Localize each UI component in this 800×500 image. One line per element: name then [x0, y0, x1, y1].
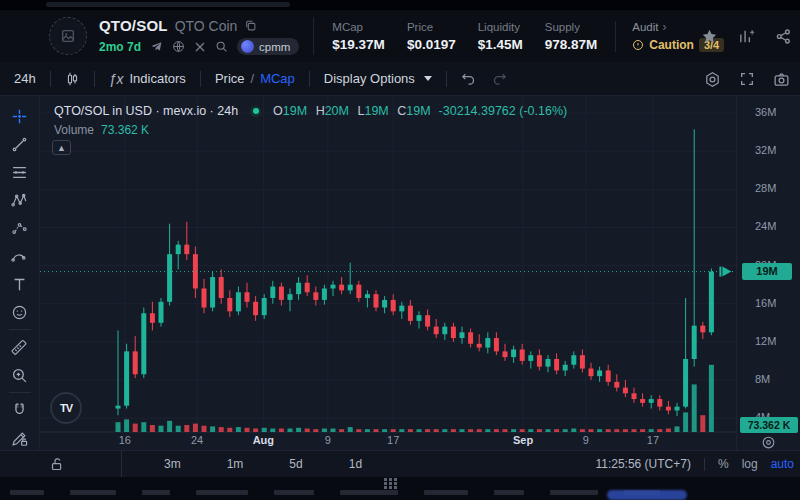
unlock-icon[interactable] — [50, 457, 65, 472]
price-axis-label: 12M — [755, 335, 776, 347]
change-value: -30214.39762 (-0.16%) — [439, 104, 568, 118]
stat-mcap: MCap $19.37M — [332, 21, 385, 52]
amm-label: cpmm — [259, 41, 290, 53]
svg-text:Aug: Aug — [253, 434, 274, 446]
share-icon[interactable] — [775, 28, 792, 45]
camera-snapshot-icon[interactable] — [773, 71, 790, 88]
amm-logo-icon — [241, 40, 254, 53]
stat-label: MCap — [332, 21, 385, 33]
svg-text:17: 17 — [387, 434, 399, 446]
caution-label: Caution — [649, 38, 694, 52]
text-tool[interactable] — [6, 270, 34, 298]
chart-legend-title: QTO/SOL in USD · mevx.io · 24h — [54, 104, 238, 118]
top-strip — [0, 0, 800, 10]
stat-supply: Supply 978.87M — [545, 21, 598, 52]
amm-badge[interactable]: cpmm — [237, 38, 299, 55]
bottom-toolbar: 3m1m5d1d 11:25:56 (UTC+7) % log auto — [0, 450, 800, 477]
collapse-legend-button[interactable]: ▲ — [52, 140, 71, 155]
svg-text:9: 9 — [583, 434, 589, 446]
fx-icon: ƒx — [109, 71, 124, 87]
crosshair-tool[interactable] — [6, 102, 34, 130]
website-globe-icon[interactable] — [172, 40, 185, 53]
price-axis-label: 32M — [755, 144, 776, 156]
price-axis[interactable]: 36M32M28M24M20M16M12M8M4M 19M 73.362 K — [736, 96, 800, 450]
log-scale-button[interactable]: log — [742, 457, 758, 471]
x-twitter-icon[interactable] — [194, 41, 206, 53]
measure-ruler-tool[interactable] — [6, 333, 34, 361]
undo-button[interactable] — [447, 62, 490, 95]
token-name: QTO Coin — [175, 18, 238, 34]
volume-legend: Volume73.362 K — [54, 123, 149, 137]
timeframe-button-3m[interactable]: 3m — [164, 457, 181, 471]
zoom-in-tool[interactable] — [6, 361, 34, 389]
drawing-tools-sidebar — [0, 96, 40, 450]
fib-retracement-tool[interactable] — [6, 158, 34, 186]
timeframe-button-1m[interactable]: 1m — [227, 457, 244, 471]
copy-icon[interactable] — [244, 19, 257, 32]
caution-info-icon — [632, 39, 644, 51]
drawing-lock-tool[interactable] — [6, 424, 34, 452]
stat-value: $19.37M — [332, 37, 385, 52]
tv-logo-glyph: TV — [60, 402, 72, 414]
price-mcap-toggle[interactable]: Price/MCap — [201, 62, 309, 95]
price-axis-label: 16M — [755, 297, 776, 309]
stat-liquidity: Liquidity $1.45M — [478, 21, 523, 52]
telegram-icon[interactable] — [150, 40, 163, 53]
redo-button[interactable] — [490, 62, 521, 95]
panel-drag-handle-icon[interactable] — [384, 478, 398, 489]
candlestick-icon — [65, 71, 80, 87]
token-header: QTO/SOL QTO Coin 2mo 7d cpmm MCap $19.37… — [0, 10, 800, 62]
token-avatar[interactable] — [49, 17, 87, 55]
image-placeholder-icon — [60, 28, 76, 44]
price-axis-label: 28M — [755, 182, 776, 194]
stat-label: Supply — [545, 21, 598, 33]
curve-tool[interactable] — [6, 242, 34, 270]
svg-text:24: 24 — [191, 434, 203, 446]
chart-canvas[interactable]: 1624Aug917Sep917 — [40, 96, 736, 450]
ohlc-values: O19M H20M L19M C19M — [273, 104, 431, 118]
favorite-star-icon[interactable] — [701, 28, 718, 45]
clock-timezone[interactable]: 11:25:56 (UTC+7) — [595, 457, 691, 471]
stat-value: 978.87M — [545, 37, 598, 52]
candle-style-button[interactable] — [51, 62, 94, 95]
indicators-button[interactable]: ƒx Indicators — [95, 62, 200, 95]
chart-settings-icon[interactable] — [704, 71, 721, 88]
xabcd-pattern-tool[interactable] — [6, 186, 34, 214]
timeframe-button-1d[interactable]: 1d — [349, 457, 362, 471]
percent-scale-button[interactable]: % — [718, 457, 729, 471]
svg-text:9: 9 — [325, 434, 331, 446]
search-icon[interactable] — [215, 40, 228, 53]
svg-text:17: 17 — [647, 434, 659, 446]
magnet-tool[interactable] — [6, 396, 34, 424]
stat-label: Liquidity — [478, 21, 523, 33]
timeframe-buttons: 3m1m5d1d — [164, 457, 362, 471]
price-axis-label: 36M — [755, 106, 776, 118]
live-status-icon — [250, 106, 261, 117]
chart-plot: 1624Aug917Sep917 QTO/SOL in USD · mevx.i… — [40, 96, 736, 450]
trend-line-tool[interactable] — [6, 130, 34, 158]
stat-value: $1.45M — [478, 37, 523, 52]
axis-settings-icon[interactable] — [761, 435, 776, 450]
stat-price: Price $0.0197 — [407, 21, 456, 52]
svg-text:16: 16 — [119, 434, 131, 446]
clipped-blue-button[interactable] — [607, 490, 687, 500]
projection-tool[interactable] — [6, 214, 34, 242]
tradingview-logo[interactable]: TV — [50, 392, 82, 424]
display-options-button[interactable]: Display Options — [310, 62, 446, 95]
stat-value: $0.0197 — [407, 37, 456, 52]
chart-panel-icon[interactable] — [738, 28, 755, 45]
caret-down-icon — [424, 76, 432, 81]
price-axis-label: 8M — [755, 373, 770, 385]
token-stats: MCap $19.37M Price $0.0197 Liquidity $1.… — [332, 21, 616, 52]
auto-scale-button[interactable]: auto — [771, 457, 794, 471]
scale-lock-zone — [0, 451, 122, 477]
token-age: 2mo 7d — [99, 40, 141, 54]
current-volume-badge: 73.362 K — [740, 417, 798, 433]
emoji-tool[interactable] — [6, 298, 34, 326]
token-info: QTO/SOL QTO Coin 2mo 7d cpmm — [99, 17, 314, 55]
chart-region: 1624Aug917Sep917 QTO/SOL in USD · mevx.i… — [0, 96, 800, 450]
timeframe-button-5d[interactable]: 5d — [289, 457, 302, 471]
interval-button[interactable]: 24h — [0, 62, 50, 95]
price-axis-label: 24M — [755, 220, 776, 232]
fullscreen-icon[interactable] — [739, 71, 755, 87]
